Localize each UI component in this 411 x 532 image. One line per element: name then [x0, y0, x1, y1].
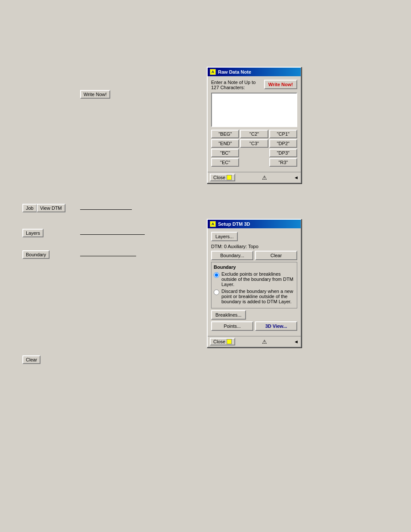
setup-dtm-dialog: A Setup DTM 3D Layers... DTM: 0 Auxiliar…: [207, 219, 302, 348]
layers-underline: [80, 234, 145, 235]
setup-dtm-bottom: Close ⚠ ◄: [208, 336, 301, 347]
boundary-section-title: Boundary: [214, 264, 295, 270]
dtm-info-label: DTM: 0 Auxiliary: Topo: [211, 243, 297, 251]
radio-exclude-label: Exclude points or breaklines outside of …: [221, 271, 295, 287]
raw-data-note-title: Raw Data Note: [218, 69, 251, 75]
clear-standalone-button[interactable]: Clear: [22, 355, 40, 364]
boundary-row: Boundary... Clear: [211, 251, 297, 260]
enter-note-label: Enter a Note of Up to 127 Characters:: [211, 80, 262, 90]
breaklines-row: Breaklines...: [211, 310, 297, 320]
setup-dtm-close-label: Close: [213, 339, 225, 344]
points-button[interactable]: Points...: [211, 321, 253, 331]
boundary-section: Boundary Exclude points or breaklines ou…: [211, 262, 297, 308]
close-label: Close: [213, 175, 225, 180]
points-3dview-row: Points... 3D View...: [211, 321, 297, 331]
empty-btn-2: [240, 158, 268, 167]
setup-dtm-close-icon: [227, 339, 232, 344]
dp3-button[interactable]: "DP3": [269, 149, 297, 157]
note-textarea[interactable]: [211, 93, 297, 127]
note-buttons-grid: "BEG" "C2" "CP1" "END" "C3" "DP2" "BC" "…: [211, 130, 297, 167]
warning-icon: ⚠: [261, 174, 268, 181]
write-now-standalone-button[interactable]: Write Now!: [80, 90, 110, 99]
setup-dtm-icon: A: [210, 221, 216, 227]
bc-button[interactable]: "BC": [211, 149, 239, 157]
raw-data-note-titlebar: A Raw Data Note: [208, 68, 301, 76]
raw-data-note-body: Enter a Note of Up to 127 Characters: Wr…: [208, 76, 301, 172]
r3-button[interactable]: "R3": [269, 158, 297, 167]
radio-exclude[interactable]: [214, 272, 219, 278]
c3-button[interactable]: "C3": [240, 139, 268, 148]
dtm-clear-button[interactable]: Clear: [255, 251, 297, 260]
dp2-button[interactable]: "DP2": [269, 139, 297, 148]
empty-btn-1: [240, 149, 268, 157]
beg-button[interactable]: "BEG": [211, 130, 239, 138]
boundary-underline: [80, 256, 136, 256]
dtm-layers-button[interactable]: Layers...: [211, 232, 238, 241]
raw-data-note-close-button[interactable]: Close: [210, 174, 235, 181]
cp1-button[interactable]: "CP1": [269, 130, 297, 138]
c2-button[interactable]: "C2": [240, 130, 268, 138]
radio-option-1: Exclude points or breaklines outside of …: [214, 271, 295, 287]
job-button[interactable]: Job: [22, 204, 37, 212]
viewdtm-underline: [80, 209, 132, 210]
setup-dtm-expand-icon: ◄: [294, 339, 299, 344]
view-dtm-button[interactable]: View DTM: [37, 204, 65, 212]
radio-option-2: Discard the boundary when a new point or…: [214, 289, 295, 304]
3d-view-button[interactable]: 3D View...: [255, 321, 297, 331]
end-button[interactable]: "END": [211, 139, 239, 148]
close-yellow-icon: [227, 175, 232, 180]
raw-data-note-bottom: Close ⚠ ◄: [208, 172, 301, 183]
setup-dtm-titlebar: A Setup DTM 3D: [208, 220, 301, 228]
breaklines-button[interactable]: Breaklines...: [211, 310, 246, 320]
radio-discard-label: Discard the boundary when a new point or…: [221, 289, 295, 304]
raw-data-note-icon: A: [210, 69, 216, 75]
raw-data-note-dialog: A Raw Data Note Enter a Note of Up to 12…: [207, 67, 302, 184]
setup-dtm-body: Layers... DTM: 0 Auxiliary: Topo Boundar…: [208, 228, 301, 336]
expand-icon: ◄: [294, 175, 299, 180]
setup-dtm-title: Setup DTM 3D: [218, 221, 250, 227]
write-now-dialog-button[interactable]: Write Now!: [264, 80, 297, 89]
ec-button[interactable]: "EC": [211, 158, 239, 167]
dtm-boundary-button[interactable]: Boundary...: [211, 251, 253, 260]
radio-discard[interactable]: [214, 289, 219, 295]
setup-dtm-close-button[interactable]: Close: [210, 338, 235, 345]
layers-row: Layers...: [211, 232, 297, 241]
setup-dtm-warning-icon: ⚠: [261, 338, 268, 345]
boundary-button[interactable]: Boundary: [22, 250, 50, 259]
layers-button[interactable]: Layers: [22, 229, 44, 237]
